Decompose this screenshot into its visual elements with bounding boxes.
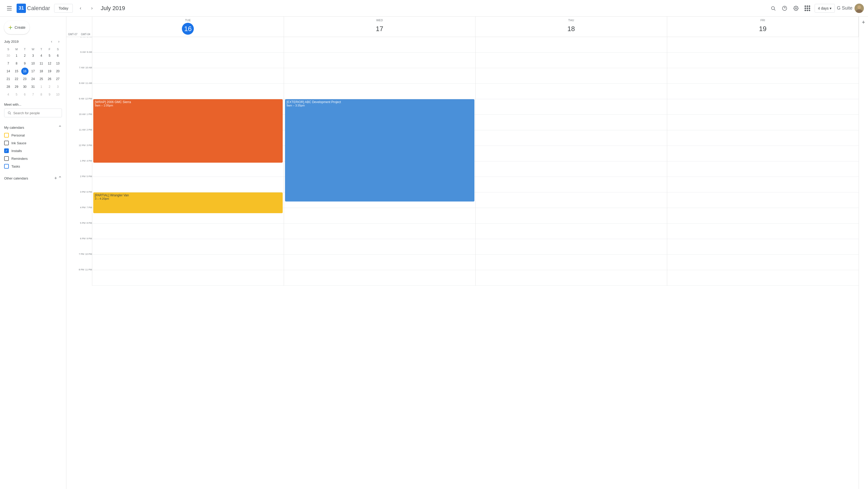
event-wrap-gmc[interactable]: [WRAP] 2006 GMC Sierra 9am – 1:05pm [93, 99, 283, 163]
view-selector[interactable]: 4 days ▾ [815, 4, 835, 13]
mini-cal-day[interactable]: 4 [37, 52, 45, 59]
mini-cal-day[interactable]: 22 [13, 75, 20, 83]
mini-cal-day[interactable]: 26 [46, 75, 53, 83]
event-partial-wrangler[interactable]: [PARTIAL] Wrangler Van 3 – 4:20pm [93, 192, 283, 213]
other-calendars-header[interactable]: Other calendars + ⌃ [4, 174, 62, 182]
mini-cal-day[interactable]: 1 [13, 52, 20, 59]
mini-cal-today[interactable]: 16 [21, 68, 29, 75]
mini-cal-day[interactable]: 23 [21, 75, 29, 83]
hour-row [476, 224, 667, 239]
mini-cal-day[interactable]: 28 [5, 83, 12, 90]
day-name-wed: WED [284, 19, 475, 22]
settings-button[interactable] [791, 3, 801, 13]
grid-button[interactable] [802, 3, 812, 13]
mini-cal-day[interactable]: 9 [46, 91, 53, 98]
day-name-thu: THU [475, 19, 667, 22]
mini-cal-day[interactable]: 7 [29, 91, 36, 98]
time-label-8pm: 8 PM11 PM [66, 270, 92, 286]
mini-cal-day[interactable]: 6 [54, 52, 61, 59]
day-col-fri[interactable] [667, 37, 859, 286]
day-header-fri[interactable]: FRI 19 [667, 17, 859, 37]
hamburger-icon [7, 6, 12, 10]
day-col-wed[interactable]: [EXTERIOR] ABC Development Project 9am –… [284, 37, 476, 286]
tasks-checkbox[interactable] [4, 164, 9, 169]
day-header-wed[interactable]: WED 17 [284, 17, 476, 37]
day-col-tue[interactable]: [WRAP] 2006 GMC Sierra 9am – 1:05pm [PAR… [92, 37, 284, 286]
hour-row [284, 208, 475, 224]
add-other-calendar-icon[interactable]: + [54, 175, 57, 181]
mini-cal-next[interactable]: › [56, 38, 62, 44]
mini-cal-day[interactable]: 12 [46, 60, 53, 67]
search-people-input[interactable] [13, 111, 59, 115]
event-exterior-time: 9am – 3:35pm [286, 104, 473, 107]
mini-cal-day[interactable]: 11 [37, 60, 45, 67]
calendar-item-inksauce[interactable]: Ink Sauce [4, 139, 62, 147]
hour-row [667, 255, 859, 270]
mini-cal-day[interactable]: 30 [21, 83, 29, 90]
mini-cal-day[interactable]: 31 [29, 83, 36, 90]
mini-cal-day[interactable]: 25 [37, 75, 45, 83]
mini-cal-day[interactable]: 5 [13, 91, 20, 98]
mini-cal-day[interactable]: 13 [54, 60, 61, 67]
event-exterior-abc[interactable]: [EXTERIOR] ABC Development Project 9am –… [285, 99, 474, 201]
today-button[interactable]: Today [54, 4, 72, 13]
time-grid-scroll[interactable]: 5 AM8 AM 6 AM9 AM 7 AM10 AM 8 AM11 AM [66, 37, 859, 489]
mini-cal-day[interactable]: 17 [29, 68, 36, 75]
mini-cal-day[interactable]: 19 [46, 68, 53, 75]
mini-cal-day[interactable]: 18 [37, 68, 45, 75]
mini-cal-day[interactable]: 10 [54, 91, 61, 98]
my-calendars-header[interactable]: My calendars ⌃ [4, 124, 62, 131]
hour-row [667, 224, 859, 239]
calendar-item-personal[interactable]: Personal [4, 131, 62, 139]
mini-cal-day[interactable]: 24 [29, 75, 36, 83]
mini-cal-grid: S M T W T F S 30 1 2 3 4 5 6 7 8 9 10 [4, 46, 62, 98]
inksauce-checkbox[interactable] [4, 141, 9, 145]
search-people-field[interactable] [4, 108, 62, 117]
calendar-item-installs[interactable]: ✓ Installs [4, 147, 62, 155]
mini-cal-day[interactable]: 3 [54, 83, 61, 90]
mini-cal-day[interactable]: 29 [13, 83, 20, 90]
hour-row [667, 239, 859, 255]
avatar[interactable] [855, 4, 864, 13]
reminders-checkbox[interactable] [4, 156, 9, 161]
mini-cal-day[interactable]: 10 [29, 60, 36, 67]
mini-cal-day[interactable]: 21 [5, 75, 12, 83]
mini-cal-day[interactable]: 14 [5, 68, 12, 75]
logo: 31 Calendar [17, 4, 50, 13]
mini-cal-day[interactable]: 3 [29, 52, 36, 59]
hour-row [667, 177, 859, 192]
mini-cal-day[interactable]: 1 [37, 83, 45, 90]
mini-cal-day[interactable]: 9 [21, 60, 29, 67]
mini-cal-day[interactable]: 27 [54, 75, 61, 83]
day-header-tue[interactable]: TUE 16 [92, 17, 284, 37]
mini-cal-day[interactable]: 4 [5, 91, 12, 98]
mini-cal-day[interactable]: 2 [46, 83, 53, 90]
help-button[interactable] [779, 3, 790, 13]
create-button[interactable]: + Create [4, 21, 30, 34]
mini-cal-day[interactable]: 6 [21, 91, 29, 98]
mini-cal-day[interactable]: 5 [46, 52, 53, 59]
day-col-thu[interactable] [476, 37, 668, 286]
mini-cal-day[interactable]: 30 [5, 52, 12, 59]
mini-cal-day[interactable]: 8 [13, 60, 20, 67]
day-header-thu[interactable]: THU 18 [475, 17, 667, 37]
mini-cal-day[interactable]: 20 [54, 68, 61, 75]
calendar-item-reminders[interactable]: Reminders [4, 155, 62, 162]
search-button[interactable] [768, 3, 778, 13]
time-label-5pm: 5 PM8 PM [66, 224, 92, 239]
mini-cal-day[interactable]: 8 [37, 91, 45, 98]
prev-arrow[interactable]: ‹ [76, 4, 85, 13]
menu-button[interactable] [4, 3, 14, 13]
next-arrow[interactable]: › [87, 4, 97, 13]
mini-cal-prev[interactable]: ‹ [49, 38, 55, 44]
hour-row [667, 99, 859, 115]
mini-cal-day[interactable]: 7 [5, 60, 12, 67]
personal-checkbox[interactable] [4, 133, 9, 137]
calendar-item-tasks[interactable]: Tasks [4, 162, 62, 170]
add-event-button[interactable]: + [860, 19, 867, 26]
mini-cal-day[interactable]: 2 [21, 52, 29, 59]
installs-checkbox[interactable]: ✓ [4, 149, 9, 153]
mini-cal-day[interactable]: 15 [13, 68, 20, 75]
time-label-4pm: 4 PM7 PM [66, 208, 92, 224]
hour-row [92, 239, 284, 255]
